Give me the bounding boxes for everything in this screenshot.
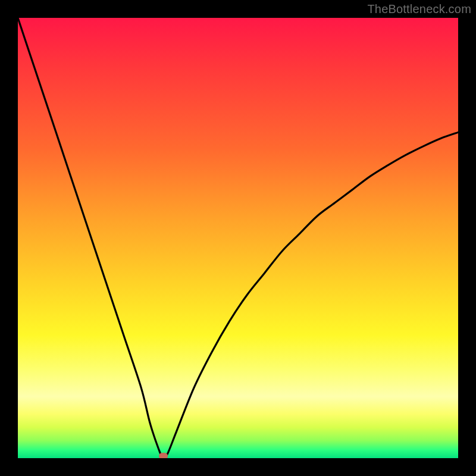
minimum-marker <box>159 453 168 458</box>
curve-svg <box>18 18 458 458</box>
curve-path <box>18 18 458 458</box>
watermark-text: TheBottleneck.com <box>367 2 471 16</box>
plot-area <box>18 18 458 458</box>
chart-frame: TheBottleneck.com <box>0 0 476 476</box>
